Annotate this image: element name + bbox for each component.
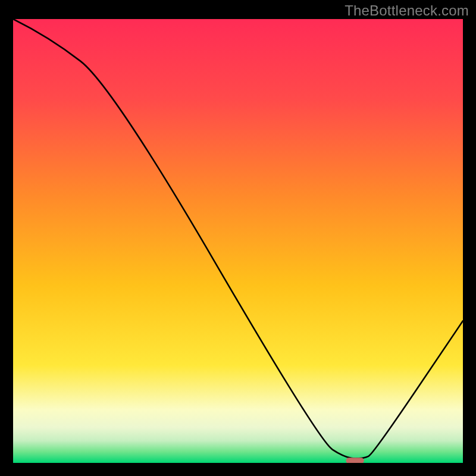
minimum-marker xyxy=(346,458,364,463)
chart-svg xyxy=(13,19,463,463)
plot-area xyxy=(13,19,463,463)
gradient-rect xyxy=(13,19,463,463)
chart-frame: TheBottleneck.com xyxy=(0,0,476,476)
watermark-text: TheBottleneck.com xyxy=(345,2,469,19)
